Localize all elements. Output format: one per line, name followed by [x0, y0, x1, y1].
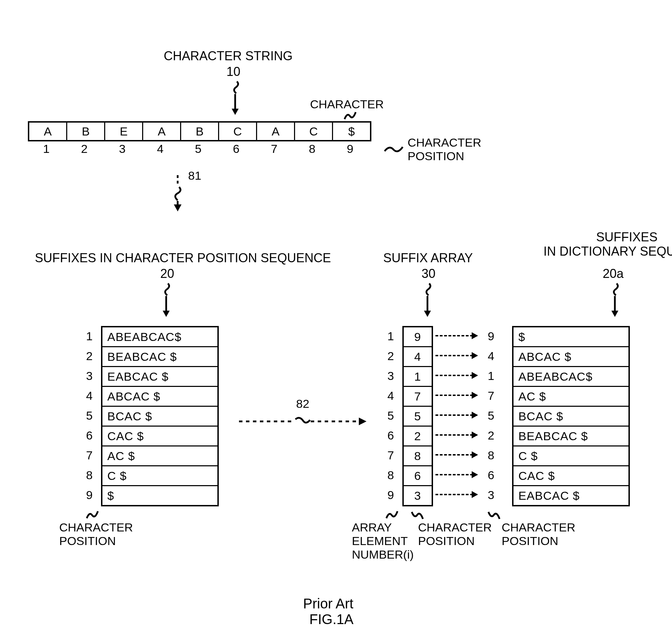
- suffix-array-cell: 7: [404, 387, 432, 407]
- char-cell: E: [105, 123, 143, 140]
- mapping-arrow-icon: [435, 474, 477, 482]
- squiggle-character-icon: [343, 111, 357, 123]
- char-position-cell: 9: [332, 142, 370, 156]
- suffix-array-index: 3: [380, 366, 399, 386]
- suffixes-pos-index: 1: [77, 327, 98, 347]
- suffix-dict-ref-label: 20a: [603, 266, 624, 281]
- char-pos-right-label: CHARACTER POSITION: [502, 521, 576, 548]
- suffix-array-cell: 5: [404, 407, 432, 427]
- suffix-array-title-label: SUFFIX ARRAY: [383, 251, 473, 265]
- suffix-array-index-col: 123456789: [380, 327, 399, 505]
- mapping-arrow-icon: [435, 454, 477, 462]
- suffix-array-ref-label: 30: [422, 266, 435, 281]
- suffix-array-index: 1: [380, 327, 399, 347]
- transition-82-arrow-icon: [237, 414, 369, 428]
- bridge-numbers-col: 941752863: [488, 327, 505, 505]
- character-word-label: CHARACTER: [310, 98, 384, 111]
- mapping-arrow-icon: [435, 494, 477, 502]
- suffixes-pos-ref-label: 20: [160, 266, 174, 281]
- suffix-array-cell: 2: [404, 427, 432, 446]
- suffix-array-index: 5: [380, 406, 399, 426]
- suffixes-pos-row: CAC $: [102, 427, 217, 446]
- array-elem-num-label: ARRAY ELEMENT NUMBER(i): [352, 521, 414, 561]
- char-pos-mid-label: CHARACTER POSITION: [418, 521, 492, 548]
- pointer-suffix-array-icon: [419, 282, 436, 320]
- suffixes-pos-row: AC $: [102, 446, 217, 466]
- suffixes-dict-row: ABCAC $: [513, 347, 628, 367]
- pointer-char-string-icon: [226, 80, 244, 118]
- suffixes-dict-row: BCAC $: [513, 407, 628, 427]
- suffixes-pos-index: 3: [77, 366, 98, 386]
- suffix-array-cell: 4: [404, 347, 432, 367]
- mapping-arrow-icon: [435, 335, 477, 343]
- suffixes-pos-index: 6: [77, 426, 98, 446]
- suffix-array-cell: 6: [404, 466, 432, 486]
- suffixes-pos-title-label: SUFFIXES IN CHARACTER POSITION SEQUENCE: [35, 251, 331, 265]
- pointer-suffix-dict-icon: [606, 282, 624, 320]
- suffixes-dict-row: ABEABCAC$: [513, 367, 628, 387]
- bridge-number: 9: [488, 327, 505, 347]
- suffixes-dict-row: EABCAC $: [513, 486, 628, 505]
- bridge-number: 1: [488, 366, 505, 386]
- suffix-array-index: 9: [380, 485, 399, 505]
- char-position-row: 123456789: [28, 142, 370, 156]
- char-position-cell: 2: [66, 142, 104, 156]
- suffixes-pos-row: C $: [102, 466, 217, 486]
- char-position-cell: 3: [104, 142, 142, 156]
- transition-82-label: 82: [296, 397, 309, 411]
- suffix-array-index: 4: [380, 386, 399, 406]
- char-cell: A: [143, 123, 181, 140]
- bridge-number: 3: [488, 485, 505, 505]
- figure-label: FIG.1A: [309, 611, 354, 627]
- suffixes-pos-table: ABEABCAC$BEABCAC $EABCAC $ABCAC $BCAC $C…: [101, 326, 219, 506]
- mapping-arrow-icon: [435, 434, 477, 443]
- suffix-dict-title-label: SUFFIXES IN DICTIONARY SEQUENCE: [543, 230, 672, 259]
- bridge-number: 7: [488, 386, 505, 406]
- mapping-arrow-icon: [435, 375, 477, 383]
- char-cell: C: [219, 123, 257, 140]
- suffix-array-index: 2: [380, 347, 399, 366]
- squiggle-char-pos-right-icon: [487, 510, 501, 522]
- mapping-arrow-icon: [435, 355, 477, 363]
- suffixes-pos-index: 2: [77, 347, 98, 366]
- char-position-cell: 7: [256, 142, 294, 156]
- bridge-number: 2: [488, 426, 505, 446]
- char-position-cell: 1: [28, 142, 66, 156]
- char-position-side-label: CHARACTER POSITION: [408, 136, 481, 163]
- suffixes-dict-row: $: [513, 327, 628, 347]
- suffixes-pos-index: 7: [77, 446, 98, 466]
- char-cell: A: [257, 123, 295, 140]
- transition-81-arrow-icon: [167, 172, 188, 214]
- suffixes-pos-row: ABCAC $: [102, 387, 217, 407]
- char-cell: B: [181, 123, 219, 140]
- char-cell: B: [67, 123, 105, 140]
- squiggle-char-position-bl-icon: [85, 510, 99, 522]
- suffix-array-cell: 3: [404, 486, 432, 505]
- suffixes-dict-row: CAC $: [513, 466, 628, 486]
- char-string-ref-label: 10: [226, 64, 240, 79]
- char-position-cell: 6: [218, 142, 256, 156]
- suffix-array-cell: 9: [404, 327, 432, 347]
- mapping-arrow-icon: [435, 414, 477, 423]
- suffix-array-index: 7: [380, 446, 399, 466]
- suffixes-pos-row: EABCAC $: [102, 367, 217, 387]
- suffixes-pos-index: 4: [77, 386, 98, 406]
- suffixes-pos-row: BEABCAC $: [102, 347, 217, 367]
- char-position-cell: 4: [142, 142, 180, 156]
- char-cell: A: [29, 123, 67, 140]
- suffix-array-cell: 8: [404, 446, 432, 466]
- pointer-suffixes-pos-icon: [157, 282, 175, 320]
- bridge-number: 6: [488, 466, 505, 485]
- suffix-array-cell: 1: [404, 367, 432, 387]
- suffixes-dict-row: AC $: [513, 387, 628, 407]
- char-string-row: ABEABCAC$: [28, 121, 371, 141]
- char-position-cell: 5: [180, 142, 218, 156]
- mapping-arrow-icon: [435, 395, 477, 403]
- suffixes-pos-row: BCAC $: [102, 407, 217, 427]
- char-cell: $: [333, 123, 370, 140]
- suffixes-pos-row: ABEABCAC$: [102, 327, 217, 347]
- char-cell: C: [295, 123, 333, 140]
- suffixes-pos-index: 9: [77, 485, 98, 505]
- suffixes-pos-row: $: [102, 486, 217, 505]
- transition-81-label: 81: [188, 169, 201, 182]
